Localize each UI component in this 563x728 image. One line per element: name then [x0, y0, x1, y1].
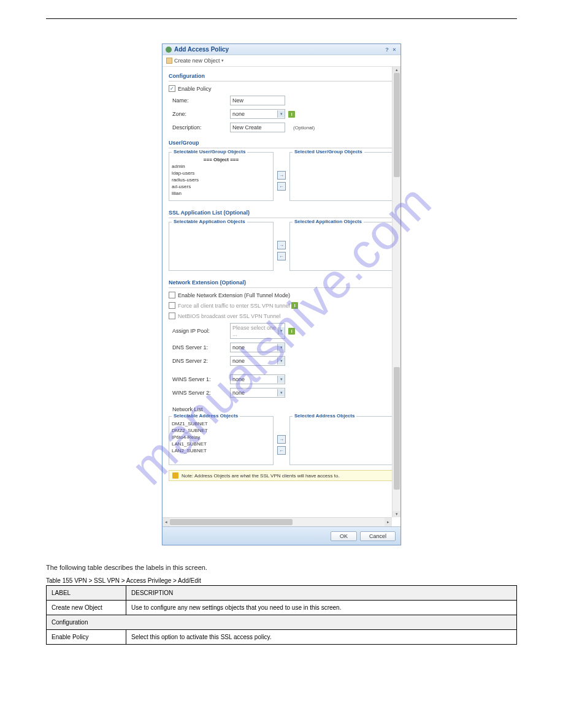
info-icon[interactable]: i: [288, 328, 295, 335]
force-traffic-label: Force all client traffic to enter SSL VP…: [178, 303, 290, 309]
chevron-down-icon: ▾: [277, 344, 285, 351]
new-object-icon: [166, 58, 172, 64]
move-left-button[interactable]: ←: [277, 252, 286, 260]
selectable-app-list[interactable]: Selectable Application Objects: [169, 222, 274, 271]
table-header-description: DESCRIPTION: [126, 586, 517, 601]
section-configuration: Configuration: [169, 69, 394, 82]
table-row: Enable Policy Select this option to acti…: [47, 630, 517, 645]
list-item[interactable]: admin: [172, 163, 270, 170]
description-input[interactable]: New Create: [230, 123, 285, 132]
list-item[interactable]: lilian: [172, 190, 270, 197]
dns1-label: DNS Server 1:: [169, 344, 230, 351]
list-item[interactable]: LAN2_SUBNET: [172, 447, 270, 454]
scroll-thumb[interactable]: [394, 73, 400, 177]
dns2-dropdown[interactable]: none▾: [230, 356, 285, 366]
selected-app-list[interactable]: Selected Application Objects: [289, 222, 394, 271]
list-item[interactable]: LAN1_SUBNET: [172, 441, 270, 447]
force-traffic-checkbox[interactable]: [169, 302, 175, 309]
move-right-button[interactable]: →: [277, 241, 286, 249]
assign-ip-dropdown[interactable]: Please select one ...▾: [230, 323, 285, 339]
ok-button[interactable]: OK: [331, 531, 357, 541]
info-icon[interactable]: i: [288, 111, 295, 118]
list-item[interactable]: ad-users: [172, 183, 270, 190]
move-left-button[interactable]: ←: [277, 182, 286, 191]
section-ssl-application: SSL Application List (Optional): [169, 206, 394, 218]
enable-network-ext-checkbox[interactable]: [169, 292, 175, 298]
horizontal-scrollbar[interactable]: ◂ ▸: [163, 517, 392, 526]
chevron-down-icon: ▾: [277, 110, 285, 118]
move-left-button[interactable]: ←: [277, 446, 286, 455]
list-item[interactable]: DMZ2_SUBNET: [172, 427, 270, 434]
chevron-down-icon: ▾: [277, 389, 285, 396]
list-item[interactable]: DMZ1_SUBNET: [172, 420, 270, 427]
list-item[interactable]: radius-users: [172, 176, 270, 183]
move-right-button[interactable]: →: [277, 171, 286, 180]
scroll-right-icon[interactable]: ▸: [385, 518, 392, 526]
gear-icon: [166, 47, 172, 53]
section-network-extension: Network Extension (Optional): [169, 276, 394, 288]
selected-address-list[interactable]: Selected Address Objects: [289, 416, 394, 465]
dns1-dropdown[interactable]: none▾: [230, 343, 285, 352]
dialog-toolbar: Create new Object ▾: [163, 55, 400, 67]
name-label: Name:: [169, 97, 230, 104]
section-user-group: User/Group: [169, 136, 394, 148]
table-header-label: LABEL: [47, 586, 126, 601]
table-intro-text: The following table describes the labels…: [46, 564, 517, 571]
scroll-left-icon[interactable]: ◂: [163, 518, 170, 526]
scroll-up-icon[interactable]: ▴: [393, 67, 400, 73]
scroll-thumb[interactable]: [394, 367, 400, 490]
dialog-title-bar: Add Access Policy ? ×: [163, 44, 400, 55]
optional-label: (Optional): [293, 125, 315, 131]
name-input[interactable]: New: [230, 96, 285, 105]
vertical-scrollbar[interactable]: ▴ ▾: [392, 67, 400, 517]
fields-description-table: LABEL DESCRIPTION Create new Object Use …: [46, 585, 517, 645]
enable-policy-checkbox[interactable]: [169, 85, 175, 92]
chevron-down-icon: ▾: [278, 327, 285, 335]
zone-label: Zone:: [169, 111, 230, 117]
assign-ip-label: Assign IP Pool:: [169, 328, 230, 334]
note-box: Note: Address Objects are what the SSL V…: [169, 470, 394, 481]
wins2-label: WINS Server 2:: [169, 390, 230, 396]
netbios-label: NetBIOS broadcast over SSL VPN Tunnel: [178, 313, 280, 319]
note-icon: [172, 472, 178, 479]
wins1-label: WINS Server 1:: [169, 376, 230, 382]
table-caption: Table 155 VPN > SSL VPN > Access Privile…: [46, 577, 517, 584]
scroll-area: Configuration Enable Policy Name: New Zo…: [163, 67, 400, 517]
wins2-dropdown[interactable]: none▾: [230, 388, 285, 398]
zone-dropdown[interactable]: none▾: [230, 109, 285, 119]
create-dropdown-icon[interactable]: ▾: [221, 58, 224, 63]
dns2-label: DNS Server 2:: [169, 358, 230, 364]
netbios-checkbox[interactable]: [169, 313, 175, 319]
scroll-down-icon[interactable]: ▾: [393, 511, 400, 517]
page-divider: [46, 18, 517, 19]
dialog-body: Configuration Enable Policy Name: New Zo…: [163, 67, 400, 545]
info-icon[interactable]: i: [291, 302, 298, 309]
wins1-dropdown[interactable]: none▾: [230, 374, 285, 384]
description-label: Description:: [169, 124, 230, 131]
close-button[interactable]: ×: [391, 47, 397, 53]
enable-network-ext-label: Enable Network Extension (Full Tunnel Mo…: [178, 292, 290, 298]
table-row: Create new Object Use to configure any n…: [47, 601, 517, 615]
cancel-button[interactable]: Cancel: [360, 531, 396, 541]
selectable-address-list[interactable]: Selectable Address Objects DMZ1_SUBNET D…: [169, 416, 274, 465]
help-button[interactable]: ?: [384, 47, 390, 53]
dialog-title-text: Add Access Policy: [174, 46, 229, 53]
note-text: Note: Address Objects are what the SSL V…: [182, 473, 340, 479]
list-item[interactable]: ldap-users: [172, 170, 270, 176]
enable-policy-label: Enable Policy: [178, 86, 212, 92]
selectable-user-list[interactable]: Selectable User/Group Objects === Object…: [169, 152, 274, 201]
chevron-down-icon: ▾: [277, 376, 285, 383]
network-list-label: Network List: [169, 406, 230, 412]
object-header: === Object ===: [172, 156, 270, 163]
selected-user-list[interactable]: Selected User/Group Objects: [289, 152, 394, 201]
add-access-policy-dialog: Add Access Policy ? × Create new Object …: [162, 44, 401, 545]
move-right-button[interactable]: →: [277, 435, 286, 444]
create-new-object-link[interactable]: Create new Object: [174, 58, 220, 64]
chevron-down-icon: ▾: [277, 357, 285, 365]
table-section-row: Configuration: [47, 615, 517, 630]
list-item[interactable]: IP6to4-Relay: [172, 434, 270, 441]
scroll-thumb[interactable]: [170, 519, 293, 525]
dialog-footer: OK Cancel: [163, 526, 400, 545]
